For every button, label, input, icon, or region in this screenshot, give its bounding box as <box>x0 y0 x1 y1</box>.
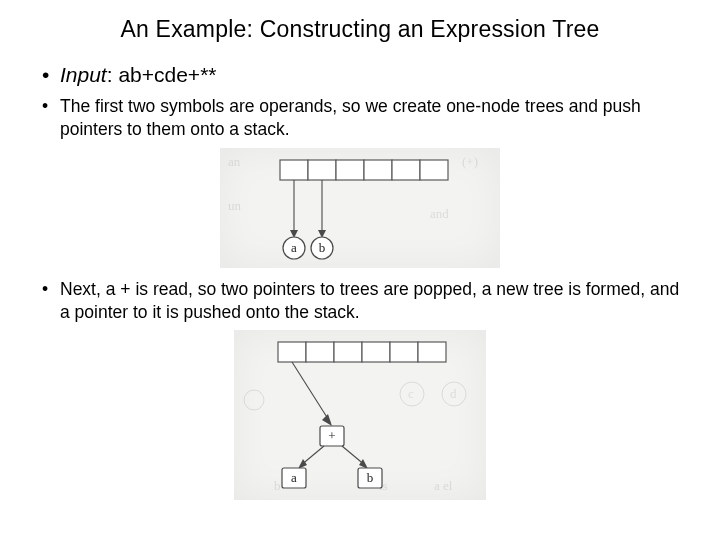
pointer-b <box>318 180 326 238</box>
slide-title: An Example: Constructing an Expression T… <box>40 16 680 43</box>
svg-text:un: un <box>228 198 242 213</box>
svg-line-30 <box>292 362 330 422</box>
svg-rect-9 <box>420 160 448 180</box>
svg-text:and: and <box>430 206 449 221</box>
node-plus-label: + <box>328 428 335 443</box>
bullet-input: Input: ab+cde+** <box>40 61 680 89</box>
svg-text:d: d <box>450 386 457 401</box>
svg-text:an: an <box>228 154 241 169</box>
svg-rect-4 <box>280 160 308 180</box>
node-a-label: a <box>291 240 297 255</box>
node-b2: b <box>358 468 382 488</box>
input-value: ab+cde+** <box>118 63 216 86</box>
node-b-label: b <box>319 240 326 255</box>
svg-rect-6 <box>336 160 364 180</box>
stack-row <box>280 160 448 180</box>
svg-point-16 <box>244 390 264 410</box>
svg-text:c: c <box>408 386 414 401</box>
stack-row-2 <box>278 342 446 362</box>
input-colon: : <box>107 63 119 86</box>
figure2-wrap: c d b is a el + <box>40 330 680 500</box>
svg-rect-27 <box>362 342 390 362</box>
node-b2-label: b <box>367 470 374 485</box>
figure1-wrap: an un (+) and <box>40 148 680 268</box>
node-a2: a <box>282 468 306 488</box>
svg-text:b: b <box>274 478 281 493</box>
svg-rect-24 <box>278 342 306 362</box>
input-label: Input <box>60 63 107 86</box>
node-plus: + <box>320 426 344 446</box>
bullet-step1: The first two symbols are operands, so w… <box>40 95 680 141</box>
svg-rect-28 <box>390 342 418 362</box>
svg-rect-5 <box>308 160 336 180</box>
slide: An Example: Constructing an Expression T… <box>0 0 720 540</box>
bullet-step2: Next, a + is read, so two pointers to tr… <box>40 278 680 324</box>
node-b: b <box>311 237 333 259</box>
svg-rect-26 <box>334 342 362 362</box>
svg-marker-31 <box>322 414 332 426</box>
svg-rect-7 <box>364 160 392 180</box>
figure1: an un (+) and <box>220 148 500 268</box>
svg-rect-8 <box>392 160 420 180</box>
svg-rect-29 <box>418 342 446 362</box>
bullet-list-2: Next, a + is read, so two pointers to tr… <box>40 278 680 324</box>
node-a: a <box>283 237 305 259</box>
svg-rect-25 <box>306 342 334 362</box>
pointer-a <box>290 180 298 238</box>
svg-text:a el: a el <box>434 478 453 493</box>
svg-text:(+): (+) <box>462 154 478 169</box>
figure2: c d b is a el + <box>234 330 486 500</box>
node-a2-label: a <box>291 470 297 485</box>
bullet-list: Input: ab+cde+** The first two symbols a… <box>40 61 680 142</box>
pointer-plus <box>292 362 332 426</box>
